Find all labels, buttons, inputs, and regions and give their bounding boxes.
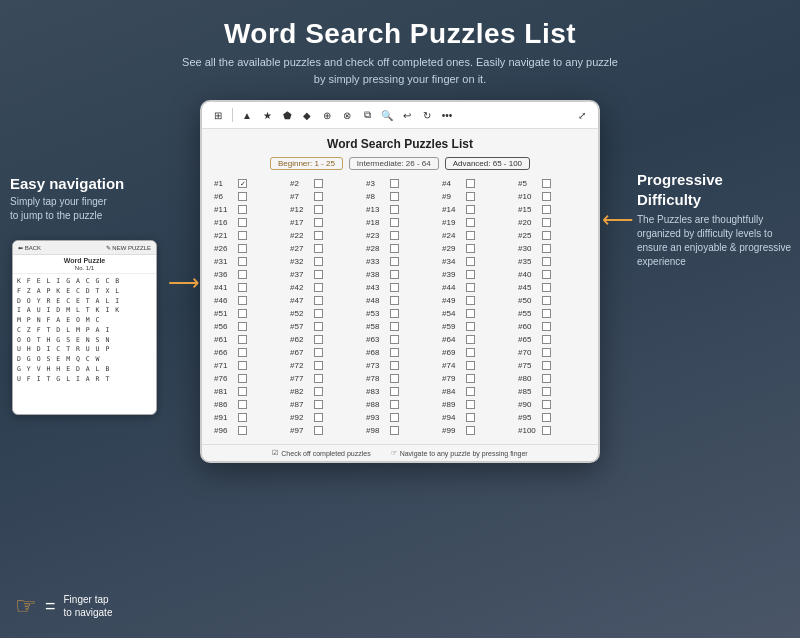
puzzle-checkbox[interactable] bbox=[314, 270, 323, 279]
puzzle-checkbox[interactable] bbox=[390, 413, 399, 422]
puzzle-checkbox[interactable] bbox=[314, 205, 323, 214]
toolbar-cursor-icon[interactable]: ▲ bbox=[239, 107, 255, 123]
puzzle-checkbox[interactable] bbox=[542, 361, 551, 370]
puzzle-checkbox[interactable] bbox=[542, 270, 551, 279]
puzzle-cell[interactable]: #16 bbox=[212, 217, 284, 228]
puzzle-checkbox[interactable] bbox=[466, 322, 475, 331]
puzzle-cell[interactable]: #19 bbox=[440, 217, 512, 228]
toolbar-select-icon[interactable]: ⊕ bbox=[319, 107, 335, 123]
puzzle-cell[interactable]: #91 bbox=[212, 412, 284, 423]
puzzle-checkbox[interactable] bbox=[390, 231, 399, 240]
puzzle-cell[interactable]: #60 bbox=[516, 321, 588, 332]
puzzle-cell[interactable]: #61 bbox=[212, 334, 284, 345]
puzzle-cell[interactable]: #12 bbox=[288, 204, 360, 215]
puzzle-checkbox[interactable] bbox=[542, 387, 551, 396]
puzzle-checkbox[interactable] bbox=[542, 231, 551, 240]
puzzle-cell[interactable]: #65 bbox=[516, 334, 588, 345]
puzzle-checkbox[interactable] bbox=[238, 426, 247, 435]
puzzle-cell[interactable]: #27 bbox=[288, 243, 360, 254]
puzzle-cell[interactable]: #59 bbox=[440, 321, 512, 332]
puzzle-cell[interactable]: #93 bbox=[364, 412, 436, 423]
puzzle-cell[interactable]: #51 bbox=[212, 308, 284, 319]
puzzle-checkbox[interactable] bbox=[542, 179, 551, 188]
puzzle-cell[interactable]: #97 bbox=[288, 425, 360, 436]
puzzle-checkbox[interactable] bbox=[314, 400, 323, 409]
puzzle-checkbox[interactable] bbox=[314, 374, 323, 383]
puzzle-cell[interactable]: #43 bbox=[364, 282, 436, 293]
puzzle-checkbox[interactable] bbox=[390, 218, 399, 227]
puzzle-checkbox[interactable] bbox=[542, 192, 551, 201]
puzzle-cell[interactable]: #23 bbox=[364, 230, 436, 241]
puzzle-checkbox[interactable] bbox=[466, 335, 475, 344]
puzzle-checkbox[interactable] bbox=[314, 231, 323, 240]
puzzle-cell[interactable]: #9 bbox=[440, 191, 512, 202]
puzzle-cell[interactable]: #38 bbox=[364, 269, 436, 280]
toolbar-redo-icon[interactable]: ↻ bbox=[419, 107, 435, 123]
puzzle-cell[interactable]: #88 bbox=[364, 399, 436, 410]
puzzle-checkbox[interactable] bbox=[390, 296, 399, 305]
puzzle-cell[interactable]: #69 bbox=[440, 347, 512, 358]
puzzle-cell[interactable]: #5 bbox=[516, 178, 588, 189]
puzzle-checkbox[interactable] bbox=[542, 218, 551, 227]
puzzle-checkbox[interactable] bbox=[238, 322, 247, 331]
puzzle-checkbox[interactable] bbox=[238, 374, 247, 383]
puzzle-cell[interactable]: #76 bbox=[212, 373, 284, 384]
puzzle-checkbox[interactable] bbox=[238, 335, 247, 344]
puzzle-checkbox[interactable] bbox=[542, 296, 551, 305]
puzzle-checkbox[interactable] bbox=[238, 283, 247, 292]
toolbar-layers-icon[interactable]: ⧉ bbox=[359, 107, 375, 123]
puzzle-cell[interactable]: #96 bbox=[212, 425, 284, 436]
puzzle-cell[interactable]: #87 bbox=[288, 399, 360, 410]
puzzle-cell[interactable]: #79 bbox=[440, 373, 512, 384]
puzzle-cell[interactable]: #83 bbox=[364, 386, 436, 397]
puzzle-cell[interactable]: #86 bbox=[212, 399, 284, 410]
puzzle-cell[interactable]: #25 bbox=[516, 230, 588, 241]
toolbar-eraser-icon[interactable]: ◆ bbox=[299, 107, 315, 123]
puzzle-cell[interactable]: #63 bbox=[364, 334, 436, 345]
puzzle-cell[interactable]: #30 bbox=[516, 243, 588, 254]
puzzle-checkbox[interactable] bbox=[238, 231, 247, 240]
puzzle-cell[interactable]: #6 bbox=[212, 191, 284, 202]
puzzle-cell[interactable]: #66 bbox=[212, 347, 284, 358]
puzzle-cell[interactable]: #90 bbox=[516, 399, 588, 410]
puzzle-checkbox[interactable] bbox=[542, 283, 551, 292]
puzzle-cell[interactable]: #84 bbox=[440, 386, 512, 397]
puzzle-checkbox[interactable] bbox=[466, 348, 475, 357]
puzzle-checkbox[interactable] bbox=[390, 361, 399, 370]
puzzle-cell[interactable]: #31 bbox=[212, 256, 284, 267]
puzzle-cell[interactable]: #44 bbox=[440, 282, 512, 293]
puzzle-checkbox[interactable] bbox=[390, 426, 399, 435]
puzzle-checkbox[interactable] bbox=[466, 179, 475, 188]
puzzle-cell[interactable]: #57 bbox=[288, 321, 360, 332]
puzzle-checkbox[interactable] bbox=[390, 205, 399, 214]
puzzle-cell[interactable]: #81 bbox=[212, 386, 284, 397]
puzzle-checkbox[interactable] bbox=[314, 426, 323, 435]
puzzle-cell[interactable]: #11 bbox=[212, 204, 284, 215]
puzzle-cell[interactable]: #56 bbox=[212, 321, 284, 332]
puzzle-checkbox[interactable] bbox=[238, 309, 247, 318]
puzzle-cell[interactable]: #78 bbox=[364, 373, 436, 384]
puzzle-cell[interactable]: #74 bbox=[440, 360, 512, 371]
puzzle-checkbox[interactable] bbox=[238, 244, 247, 253]
puzzle-cell[interactable]: #62 bbox=[288, 334, 360, 345]
puzzle-cell[interactable]: #4 bbox=[440, 178, 512, 189]
puzzle-cell[interactable]: #22 bbox=[288, 230, 360, 241]
puzzle-cell[interactable]: #17 bbox=[288, 217, 360, 228]
puzzle-checkbox[interactable] bbox=[390, 244, 399, 253]
toolbar-drop-icon[interactable]: ⬟ bbox=[279, 107, 295, 123]
puzzle-cell[interactable]: #95 bbox=[516, 412, 588, 423]
puzzle-cell[interactable]: #1✓ bbox=[212, 178, 284, 189]
puzzle-cell[interactable]: #77 bbox=[288, 373, 360, 384]
puzzle-checkbox[interactable] bbox=[466, 205, 475, 214]
puzzle-checkbox[interactable] bbox=[238, 296, 247, 305]
puzzle-checkbox[interactable] bbox=[238, 257, 247, 266]
puzzle-checkbox[interactable] bbox=[390, 374, 399, 383]
puzzle-checkbox[interactable] bbox=[466, 296, 475, 305]
puzzle-checkbox[interactable] bbox=[542, 426, 551, 435]
puzzle-checkbox[interactable] bbox=[542, 413, 551, 422]
puzzle-cell[interactable]: #89 bbox=[440, 399, 512, 410]
puzzle-cell[interactable]: #15 bbox=[516, 204, 588, 215]
puzzle-cell[interactable]: #100 bbox=[516, 425, 588, 436]
puzzle-checkbox[interactable] bbox=[390, 179, 399, 188]
puzzle-checkbox[interactable] bbox=[238, 413, 247, 422]
